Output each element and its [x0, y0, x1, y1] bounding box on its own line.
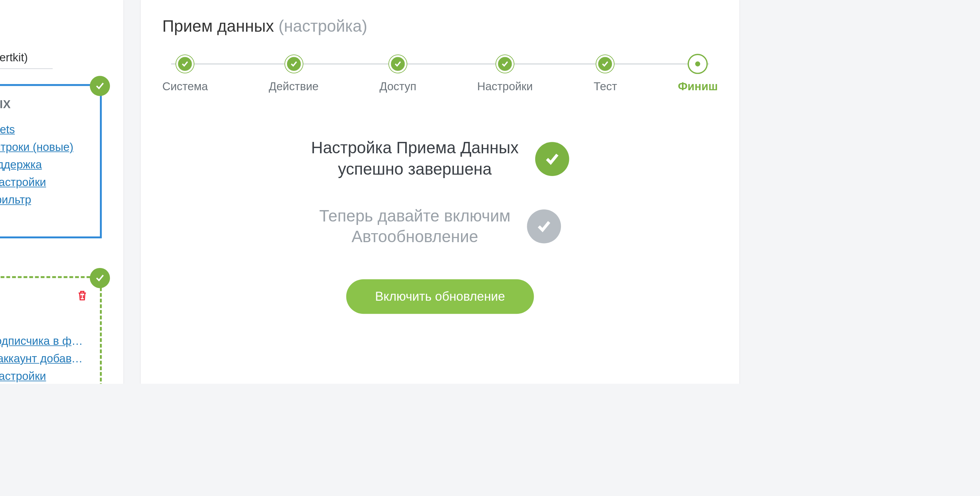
row-value[interactable]: Google Sheets	[0, 121, 15, 139]
step-Действие[interactable]: Действие	[269, 55, 319, 94]
check-icon	[496, 55, 514, 73]
enable-update-button[interactable]: Включить обновление	[346, 279, 534, 314]
config-row: СистемаConvertKit	[0, 315, 89, 333]
left-panel: Название связи 1ИСТОЧНИК ДАННЫХ СистемаG…	[0, 0, 123, 384]
dest-block[interactable]: 2 ПРИЕМ ДАННЫХ СистемаConvertKitДействие…	[0, 276, 102, 384]
step-label: Тест	[594, 80, 617, 93]
autoupdate-badge	[527, 210, 561, 244]
row-value[interactable]: изменить настройки	[0, 174, 46, 191]
row-value[interactable]: изменить фильтр	[0, 191, 31, 209]
config-row: СистемаGoogle Sheets	[0, 121, 89, 139]
step-label: Финиш	[678, 80, 718, 93]
trash-icon[interactable]	[76, 290, 89, 305]
step-label: Система	[162, 80, 208, 93]
check-icon	[285, 55, 302, 73]
row-value[interactable]: Support Поддержка	[0, 156, 42, 174]
step-Настройки[interactable]: Настройки	[477, 55, 533, 94]
check-icon	[177, 55, 194, 73]
config-row: ДоступConvertKit (аккаунт добавлен)	[0, 351, 89, 368]
check-icon	[90, 76, 110, 96]
right-panel: Прием данных (настройка) СистемаДействие…	[141, 0, 740, 384]
left-heading: Название связи	[0, 17, 102, 37]
config-row: ДействиеДобавить подписчика в форму	[0, 333, 89, 351]
row-value[interactable]: Загрузить строки (новые)	[0, 139, 73, 156]
config-row: Тестпроверить	[0, 209, 89, 227]
step-Тест[interactable]: Тест	[594, 55, 617, 94]
config-row: ДействиеЗагрузить строки (новые)	[0, 139, 89, 156]
config-row: Фильтризменить фильтр	[0, 191, 89, 209]
step-label: Настройки	[477, 80, 533, 93]
check-icon	[90, 268, 110, 288]
success-badge	[535, 142, 569, 176]
config-row: Настройкиизменить настройки	[0, 368, 89, 384]
step-Доступ[interactable]: Доступ	[379, 55, 416, 94]
config-row: Настройкиизменить настройки	[0, 174, 89, 191]
step-label: Действие	[269, 80, 319, 93]
step-Финиш[interactable]: Финиш	[678, 55, 718, 94]
step-Система[interactable]: Система	[162, 55, 208, 94]
connection-name-input[interactable]	[0, 48, 53, 69]
autoupdate-text: Теперь давайте включимАвтообновление	[319, 205, 510, 248]
row-value[interactable]: Добавить подписчика в форму	[0, 333, 89, 351]
step-current-icon	[689, 55, 707, 73]
right-heading: Прием данных (настройка)	[162, 17, 718, 37]
stepper: СистемаДействиеДоступНастройкиТестФиниш	[162, 55, 718, 94]
source-block[interactable]: 1ИСТОЧНИК ДАННЫХ СистемаGoogle SheetsДей…	[0, 84, 102, 238]
check-icon	[389, 55, 407, 73]
step-label: Доступ	[379, 80, 416, 93]
source-heading: ИСТОЧНИК ДАННЫХ	[0, 97, 11, 111]
row-value[interactable]: изменить настройки	[0, 368, 46, 384]
config-row: ДоступSupport Поддержка	[0, 156, 89, 174]
row-value[interactable]: ConvertKit (аккаунт добавлен)	[0, 351, 89, 368]
check-icon	[597, 55, 614, 73]
success-text: Настройка Приема Данныхуспешно завершена	[311, 137, 519, 180]
